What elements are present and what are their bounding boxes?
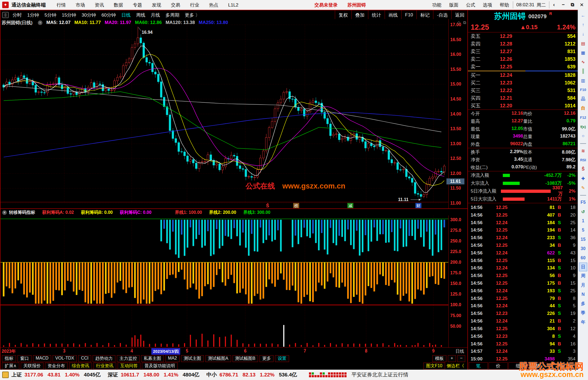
depth-row[interactable]: 卖三12.27831	[468, 48, 578, 55]
trade-row[interactable]: 14:5612.2594B16	[468, 340, 578, 348]
tab-私募主图[interactable]: 私募主图	[141, 355, 164, 362]
f5-icon[interactable]: F5	[578, 198, 588, 207]
menu-item-公式[interactable]: 公式	[466, 2, 475, 8]
tab-关联报价[interactable]: 关联报价	[21, 363, 44, 369]
toolbar-标记[interactable]: 标记	[416, 10, 433, 20]
depth-row[interactable]: 买一12.241828	[468, 71, 578, 79]
tab-CCI[interactable]: CCI	[78, 355, 91, 362]
menu-item-行业[interactable]: 行业	[190, 2, 199, 8]
period-15分钟[interactable]: 15分钟	[62, 12, 76, 18]
trade-row[interactable]: 14:5612.23226S19	[468, 310, 578, 317]
trade-row[interactable]: 14:5612.24233S36	[468, 234, 578, 242]
status-icon[interactable]	[2, 372, 9, 378]
trade-row[interactable]: 14:5612.24193S25	[468, 287, 578, 295]
indicator-param[interactable]: 转移筹码指标	[9, 210, 35, 215]
custom-stock-icon[interactable]: 自	[578, 104, 588, 113]
login-status[interactable]: 交易未登录	[314, 2, 338, 8]
trade-row[interactable]: 14:5612.24134S10	[468, 265, 578, 272]
rsi-icon[interactable]: RSI	[578, 155, 588, 165]
toolbar--自选[interactable]: -自选	[433, 10, 451, 20]
menu-item-L1L2[interactable]: L1L2	[228, 2, 238, 8]
back-arrow-icon[interactable]: ←	[578, 11, 588, 20]
tab-侧边栏《[interactable]: 侧边栏《	[447, 363, 464, 369]
toolbar-返回[interactable]: 返回	[451, 10, 468, 20]
tab-普及版功能说明[interactable]: 普及版功能说明	[142, 363, 178, 369]
period-week-button[interactable]: 周	[578, 271, 588, 281]
tab-+[interactable]: +	[448, 355, 456, 362]
period-60分钟[interactable]: 60分钟	[102, 12, 116, 18]
tab-主力监控[interactable]: 主力监控	[117, 355, 140, 362]
period-30-button[interactable]: 30	[578, 244, 588, 253]
tab-更多[interactable]: 更多	[259, 355, 274, 362]
period-30分钟[interactable]: 30分钟	[82, 12, 96, 18]
trade-row[interactable]: 14:5612.2581B18	[468, 204, 578, 211]
period-5-button[interactable]: 5	[578, 226, 588, 235]
menu-item-版面[interactable]: 版面	[449, 2, 458, 8]
tab-趋势动力[interactable]: 趋势动力	[93, 355, 115, 362]
depth-row[interactable]: 卖二12.261853	[468, 55, 578, 63]
tab-窗口[interactable]: 窗口	[17, 355, 32, 362]
period-year-button[interactable]: 年	[578, 318, 588, 327]
menu-item-市场[interactable]: 市场	[76, 2, 85, 8]
kline-icon[interactable]: ║	[578, 66, 588, 76]
circle-icon[interactable]: ○	[578, 131, 588, 141]
menu-item-选项[interactable]: 选项	[483, 2, 492, 8]
toolbar-叠加[interactable]: 叠加	[351, 10, 368, 20]
trade-list[interactable]: 14:5612.2581B1814:5612.25407B2014:5612.2…	[468, 203, 578, 363]
menu-item-专题[interactable]: 专题	[133, 2, 142, 8]
menu-item-数据[interactable]: 数据	[114, 2, 123, 8]
tab-测试主图[interactable]: 测试主图	[181, 355, 204, 362]
toolbar-F10[interactable]: F10	[401, 10, 416, 20]
trade-row[interactable]: 14:5612.24184S25	[468, 219, 578, 227]
tab-MACD[interactable]: MACD	[33, 355, 51, 362]
refresh-icon[interactable]: ↺	[578, 207, 588, 216]
tab-MA2[interactable]: MA2	[165, 355, 180, 362]
indicator-header[interactable]: ∨ 转移筹码指标获利筹码A: 0.02获利筹码B: 0.00获利筹码C: 0.0…	[0, 208, 468, 216]
period-1分钟[interactable]: 1分钟	[27, 12, 39, 18]
trade-row[interactable]: 14:5612.25407B20	[468, 211, 578, 219]
minimize-button[interactable]: −	[559, 2, 568, 8]
quote-table-icon[interactable]: ▦	[578, 48, 588, 57]
news-icon[interactable]: ▥	[578, 76, 588, 85]
candlestick-chart[interactable]: 16.9411.11公式在线 www.gszx.com.cnŜ榜减财	[0, 19, 449, 208]
tab-VOL-TDX[interactable]: VOL-TDX	[53, 355, 77, 362]
tab-互动问答[interactable]: 互动问答	[118, 363, 140, 369]
period-60-button[interactable]: 60	[578, 253, 588, 263]
trade-row[interactable]: 14:5612.238S4	[468, 333, 578, 340]
trade-row[interactable]: 14:5612.25194B14	[468, 226, 578, 234]
tab-指标[interactable]: 指标	[2, 355, 16, 362]
tab-行业资讯[interactable]: 行业资讯	[93, 363, 116, 369]
period-日线[interactable]: 日线	[121, 12, 131, 18]
depth-row[interactable]: 买五12.201014	[468, 102, 578, 110]
period-1-button[interactable]: 1	[578, 216, 588, 226]
tab-测试幅图A[interactable]: 测试幅图A	[205, 355, 231, 362]
tab-综合资讯[interactable]: 综合资讯	[69, 363, 92, 369]
trade-row[interactable]: 14:5612.2579B8	[468, 295, 578, 302]
tab-设置[interactable]: 设置	[275, 355, 289, 362]
menu-item-功能[interactable]: 功能	[432, 2, 442, 8]
period-quarter-button[interactable]: 季	[578, 308, 588, 318]
move-icon[interactable]: ✚	[578, 174, 588, 183]
f12-icon[interactable]: F12	[578, 113, 588, 122]
structure-icon[interactable]: 品	[578, 94, 588, 104]
indicator-collapse-icon[interactable]: ∨	[2, 210, 7, 215]
period-15-button[interactable]: 15	[578, 235, 588, 244]
toolbar-统计[interactable]: 统计	[368, 10, 385, 20]
back-button[interactable]: ‹	[549, 2, 559, 8]
draw-icon[interactable]: ✎	[578, 183, 588, 192]
period-多周期[interactable]: 多周期	[166, 12, 179, 18]
tab-−[interactable]: −	[457, 355, 465, 362]
tab-测试幅图B[interactable]: 测试幅图B	[232, 355, 258, 362]
tab-资金分布[interactable]: 资金分布	[45, 363, 68, 369]
tab-模板[interactable]: 模板	[432, 355, 446, 362]
close-button[interactable]: ✕	[577, 2, 586, 8]
period-multi-button[interactable]: 多	[578, 299, 588, 308]
restore-button[interactable]: ⧉	[568, 2, 577, 8]
menu-item-发现[interactable]: 发现	[152, 2, 161, 8]
wave-icon[interactable]: ≋	[578, 146, 588, 155]
collapse-icon[interactable]: ∨	[38, 20, 42, 25]
trade-row[interactable]: 14:5612.25304B12	[468, 325, 578, 333]
menu-item-资讯[interactable]: 资讯	[95, 2, 104, 8]
trade-row[interactable]: 14:5612.2444S5	[468, 302, 578, 310]
period-更多 〉[interactable]: 更多 〉	[185, 12, 200, 18]
